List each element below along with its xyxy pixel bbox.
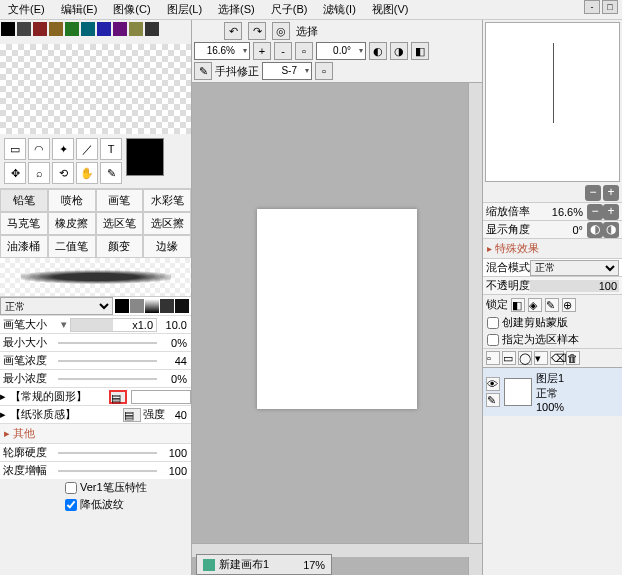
brush-size-value[interactable]: 10.0: [157, 319, 191, 331]
delete-layer-button[interactable]: 🗑: [566, 351, 580, 365]
min-size-slider[interactable]: [58, 342, 157, 344]
nav-zoom-out[interactable]: −: [585, 185, 601, 201]
layer-opacity-value[interactable]: 100: [530, 280, 619, 292]
text-tool[interactable]: T: [100, 138, 122, 160]
clear-layer-button[interactable]: ⌫: [550, 351, 564, 365]
undo-button[interactable]: ↶: [224, 22, 242, 40]
sel-source-checkbox[interactable]: [487, 334, 499, 346]
move-tool[interactable]: ✥: [4, 162, 26, 184]
menu-edit[interactable]: 编辑(E): [53, 0, 106, 19]
hand-tool[interactable]: ✋: [76, 162, 98, 184]
stabilizer-input[interactable]: S-7: [262, 62, 312, 80]
flip-button[interactable]: ◧: [411, 42, 429, 60]
edge-hardness-value[interactable]: 100: [157, 447, 191, 459]
brush-size-slider[interactable]: x1.0: [70, 318, 157, 332]
brush-tip-shapes[interactable]: [113, 299, 191, 313]
brush-tab-pencil[interactable]: 铅笔: [0, 189, 48, 212]
brush-tab-brush[interactable]: 画笔: [96, 189, 144, 212]
menu-select[interactable]: 选择(S): [210, 0, 263, 19]
brush-tab-watercolor[interactable]: 水彩笔: [143, 189, 191, 212]
select-rect-tool[interactable]: ▭: [4, 138, 26, 160]
angle-input[interactable]: 0.0°: [316, 42, 366, 60]
lock-all-icon[interactable]: ⊕: [562, 298, 576, 312]
menu-image[interactable]: 图像(C): [105, 0, 158, 19]
nav-angle-right[interactable]: ◑: [603, 222, 619, 238]
new-layer-button[interactable]: ▫: [486, 351, 500, 365]
nav-zoom-minus[interactable]: −: [587, 204, 603, 220]
density-gain-slider[interactable]: [58, 470, 157, 472]
menu-view[interactable]: 视图(V): [364, 0, 417, 19]
redo-button[interactable]: ↷: [248, 22, 266, 40]
vertical-scrollbar[interactable]: [468, 83, 482, 575]
foreground-color[interactable]: [126, 138, 164, 176]
brush-size-dropdown[interactable]: ▾: [58, 318, 70, 331]
draw-tool[interactable]: ／: [76, 138, 98, 160]
zoom-tool[interactable]: ⌕: [28, 162, 50, 184]
eyedropper-tool[interactable]: ✎: [100, 162, 122, 184]
brush-density-value[interactable]: 44: [157, 355, 191, 367]
rotate-right-button[interactable]: ◑: [390, 42, 408, 60]
nav-angle-value[interactable]: 0°: [530, 224, 585, 236]
brush-tab-selpen[interactable]: 选区笔: [96, 212, 144, 235]
brush-tab-marker[interactable]: 马克笔: [0, 212, 48, 235]
zoom-input[interactable]: 16.6%: [194, 42, 250, 60]
density-gain-value[interactable]: 100: [157, 465, 191, 477]
fx-expand[interactable]: ▸ 特殊效果: [483, 238, 622, 258]
maximize-button[interactable]: □: [602, 0, 618, 14]
min-density-value[interactable]: 0%: [157, 373, 191, 385]
menu-ruler[interactable]: 尺子(B): [263, 0, 316, 19]
lock-pos-icon[interactable]: ◧: [511, 298, 525, 312]
brush-shape-preview[interactable]: [131, 390, 191, 404]
brush-density-slider[interactable]: [58, 360, 157, 362]
other-expand[interactable]: ▸ 其他: [0, 423, 191, 443]
layer-item[interactable]: 👁 ✎ 图层1 正常 100%: [483, 367, 622, 416]
min-size-value[interactable]: 0%: [157, 337, 191, 349]
navigator-preview[interactable]: [485, 22, 620, 182]
zoom-in-button[interactable]: +: [253, 42, 271, 60]
layer-thumbnail[interactable]: [504, 378, 532, 406]
min-density-slider[interactable]: [58, 378, 157, 380]
ver1-pressure-checkbox[interactable]: [65, 482, 77, 494]
color-swatches[interactable]: [0, 20, 191, 44]
merge-down-button[interactable]: ▾: [534, 351, 548, 365]
stabilizer-settings[interactable]: ▫: [315, 62, 333, 80]
nav-zoom-plus[interactable]: +: [603, 204, 619, 220]
wand-tool[interactable]: ✦: [52, 138, 74, 160]
menu-file[interactable]: 文件(E): [0, 0, 53, 19]
blend-mode-select[interactable]: 正常: [0, 297, 113, 315]
new-folder-button[interactable]: ▭: [502, 351, 516, 365]
brush-tab-gradient[interactable]: 颜变: [96, 235, 144, 258]
lock-alpha-icon[interactable]: ◈: [528, 298, 542, 312]
document-tab[interactable]: 新建画布1 17%: [196, 554, 332, 575]
clipping-checkbox[interactable]: [487, 317, 499, 329]
brush-tab-eraser[interactable]: 橡皮擦: [48, 212, 96, 235]
brush-shape-button[interactable]: ▤: [109, 390, 127, 404]
lock-edit-icon[interactable]: ✎: [545, 298, 559, 312]
minimize-button[interactable]: -: [584, 0, 600, 14]
brush-tab-airbrush[interactable]: 喷枪: [48, 189, 96, 212]
layer-mask-button[interactable]: ◯: [518, 351, 532, 365]
zoom-fit-button[interactable]: ▫: [295, 42, 313, 60]
menu-layer[interactable]: 图层(L): [159, 0, 210, 19]
brush-tab-seleraser[interactable]: 选区擦: [143, 212, 191, 235]
menu-filter[interactable]: 滤镜(I): [315, 0, 363, 19]
edge-hardness-slider[interactable]: [58, 452, 157, 454]
zoom-out-button[interactable]: -: [274, 42, 292, 60]
nav-angle-left[interactable]: ◐: [587, 222, 603, 238]
layer-blend-select[interactable]: 正常: [530, 260, 619, 276]
reduce-noise-checkbox[interactable]: [65, 499, 77, 511]
brush-tab-binary[interactable]: 二值笔: [48, 235, 96, 258]
pen-icon[interactable]: ✎: [486, 393, 500, 407]
brush-tab-bucket[interactable]: 油漆桶: [0, 235, 48, 258]
eye-icon[interactable]: 👁: [486, 377, 500, 391]
rotate-left-button[interactable]: ◐: [369, 42, 387, 60]
canvas[interactable]: [257, 209, 417, 409]
texture-intensity-value[interactable]: 40: [167, 409, 191, 421]
deselect-icon[interactable]: ◎: [272, 22, 290, 40]
tool-toggle[interactable]: ✎: [194, 62, 212, 80]
nav-zoom-in[interactable]: +: [603, 185, 619, 201]
rotate-tool[interactable]: ⟲: [52, 162, 74, 184]
color-area[interactable]: [0, 44, 191, 134]
paper-texture-button[interactable]: ▤: [123, 408, 141, 422]
lasso-tool[interactable]: ◠: [28, 138, 50, 160]
